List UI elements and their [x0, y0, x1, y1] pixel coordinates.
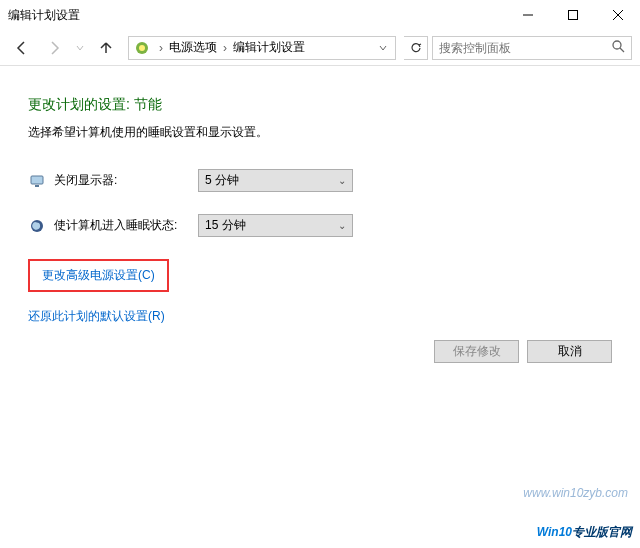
back-button[interactable] — [8, 34, 36, 62]
svg-rect-9 — [35, 185, 39, 187]
watermark-text: www.win10zyb.com — [523, 486, 628, 500]
sleep-row: 使计算机进入睡眠状态: 15 分钟 ⌄ — [28, 214, 612, 237]
sleep-icon — [28, 217, 46, 235]
svg-rect-8 — [31, 176, 43, 184]
svg-point-6 — [613, 41, 621, 49]
close-button[interactable] — [595, 0, 640, 30]
page-description: 选择希望计算机使用的睡眠设置和显示设置。 — [28, 124, 612, 141]
turn-off-display-row: 关闭显示器: 5 分钟 ⌄ — [28, 169, 612, 192]
window-controls — [505, 0, 640, 30]
turn-off-display-label: 关闭显示器: — [54, 172, 198, 189]
search-icon — [611, 39, 625, 56]
chevron-right-icon: › — [159, 41, 163, 55]
search-box[interactable] — [432, 36, 632, 60]
svg-line-7 — [620, 48, 624, 52]
sleep-select[interactable]: 15 分钟 ⌄ — [198, 214, 353, 237]
turn-off-display-select[interactable]: 5 分钟 ⌄ — [198, 169, 353, 192]
svg-point-5 — [139, 45, 145, 51]
toolbar: › 电源选项 › 编辑计划设置 — [0, 30, 640, 66]
breadcrumb: › 电源选项 › 编辑计划设置 — [155, 39, 375, 56]
recent-dropdown[interactable] — [72, 34, 88, 62]
window-title: 编辑计划设置 — [8, 7, 80, 24]
address-bar[interactable]: › 电源选项 › 编辑计划设置 — [128, 36, 396, 60]
chevron-right-icon: › — [223, 41, 227, 55]
power-options-icon — [133, 39, 151, 57]
sleep-label: 使计算机进入睡眠状态: — [54, 217, 198, 234]
maximize-button[interactable] — [550, 0, 595, 30]
page-heading: 更改计划的设置: 节能 — [28, 96, 612, 114]
svg-rect-1 — [568, 11, 577, 20]
forward-button[interactable] — [40, 34, 68, 62]
brand-logo: Win10专业版官网 — [537, 514, 632, 542]
breadcrumb-edit-plan[interactable]: 编辑计划设置 — [233, 39, 305, 56]
select-value: 15 分钟 — [205, 217, 246, 234]
content-area: 更改计划的设置: 节能 选择希望计算机使用的睡眠设置和显示设置。 关闭显示器: … — [0, 66, 640, 325]
search-input[interactable] — [439, 41, 611, 55]
select-value: 5 分钟 — [205, 172, 239, 189]
up-button[interactable] — [92, 34, 120, 62]
address-dropdown[interactable] — [375, 41, 391, 55]
highlighted-link-box: 更改高级电源设置(C) — [28, 259, 169, 292]
cancel-button[interactable]: 取消 — [527, 340, 612, 363]
minimize-button[interactable] — [505, 0, 550, 30]
titlebar: 编辑计划设置 — [0, 0, 640, 30]
chevron-down-icon: ⌄ — [338, 220, 346, 231]
button-row: 保存修改 取消 — [434, 340, 612, 363]
breadcrumb-power-options[interactable]: 电源选项 — [169, 39, 217, 56]
refresh-button[interactable] — [404, 36, 428, 60]
advanced-settings-link[interactable]: 更改高级电源设置(C) — [42, 268, 155, 282]
save-button[interactable]: 保存修改 — [434, 340, 519, 363]
chevron-down-icon: ⌄ — [338, 175, 346, 186]
restore-defaults-link[interactable]: 还原此计划的默认设置(R) — [28, 308, 612, 325]
display-icon — [28, 172, 46, 190]
